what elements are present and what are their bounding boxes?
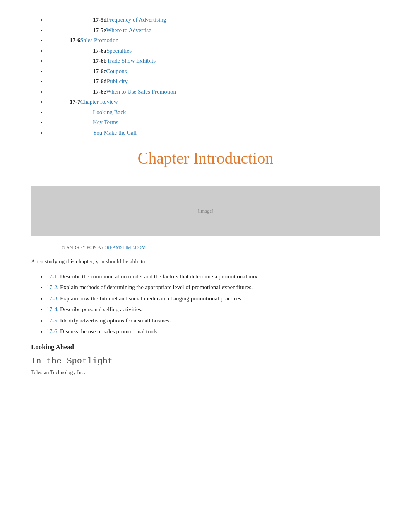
objective-17-3: 17-3. Explain how the Internet and socia… [46, 294, 380, 303]
toc-link-you-make-call[interactable]: You Make the Call [93, 130, 137, 136]
copyright-text: © ANDREY POPOV/ [62, 245, 103, 250]
objective-text-17-6: . Discuss the use of sales promotional t… [57, 328, 159, 334]
toc-list: 17-5dFrequency of Advertising 17-5eWhere… [31, 15, 380, 137]
toc-num-17-5e: 17-5e [93, 27, 106, 33]
toc-link-17-6e[interactable]: When to Use Sales Promotion [106, 89, 176, 95]
objective-text-17-4: . Describe personal selling activities. [57, 306, 143, 312]
chapter-intro-heading: Chapter Introduction [31, 146, 380, 171]
toc-link-17-5e[interactable]: Where to Advertise [106, 27, 151, 33]
toc-num-17-6b: 17-6b [93, 58, 107, 64]
toc-link-17-6b[interactable]: Trade Show Exhibits [107, 58, 156, 64]
objective-text-17-2: . Explain methods of determining the app… [57, 284, 253, 290]
toc-link-key-terms[interactable]: Key Terms [93, 119, 118, 125]
toc-num-17-6d: 17-6d [93, 78, 107, 84]
objective-17-6: 17-6. Discuss the use of sales promotion… [46, 327, 380, 336]
objective-link-17-3[interactable]: 17-3 [46, 295, 57, 302]
copyright-link[interactable]: DREAMSTIME.COM [103, 245, 146, 250]
toc-item-17-6a[interactable]: 17-6aSpecialties [46, 46, 380, 55]
toc-item-17-6d[interactable]: 17-6dPublicity [46, 77, 380, 86]
toc-link-17-5d[interactable]: Frequency of Advertising [107, 17, 166, 23]
toc-item-17-6[interactable]: 17-6Sales Promotion [46, 36, 380, 45]
toc-num-17-5d: 17-5d [93, 17, 107, 23]
spotlight-sub: Telesian Technology Inc. [31, 368, 380, 377]
toc-item-17-6e[interactable]: 17-6eWhen to Use Sales Promotion [46, 87, 380, 96]
toc-item-key-terms[interactable]: Key Terms [46, 118, 380, 127]
objective-17-4: 17-4. Describe personal selling activiti… [46, 305, 380, 314]
objective-link-17-5[interactable]: 17-5 [46, 317, 57, 324]
objective-link-17-2[interactable]: 17-2 [46, 284, 57, 290]
toc-item-17-6b[interactable]: 17-6bTrade Show Exhibits [46, 56, 380, 65]
intro-paragraph: After studying this chapter, you should … [31, 257, 380, 266]
objective-link-17-6[interactable]: 17-6 [46, 328, 57, 334]
toc-link-17-6[interactable]: Sales Promotion [80, 37, 119, 43]
toc-num-17-7: 17-7 [70, 99, 80, 105]
spotlight-label: In the Spotlight [31, 355, 380, 368]
objectives-list: 17-1. Describe the communication model a… [31, 272, 380, 336]
toc-link-17-6d[interactable]: Publicity [107, 78, 128, 84]
objective-text-17-3: . Explain how the Internet and social me… [57, 295, 243, 302]
objective-17-2: 17-2. Explain methods of determining the… [46, 283, 380, 292]
toc-link-17-6c[interactable]: Coupons [106, 68, 127, 74]
toc-link-17-6a[interactable]: Specialties [106, 48, 132, 54]
toc-num-17-6c: 17-6c [93, 68, 106, 74]
objective-text-17-1: . Describe the communication model and t… [57, 273, 259, 280]
objective-link-17-4[interactable]: 17-4 [46, 306, 57, 312]
objective-link-17-1[interactable]: 17-1 [46, 273, 57, 280]
toc-item-17-6c[interactable]: 17-6cCoupons [46, 67, 380, 76]
copyright-line: © ANDREY POPOV/DREAMSTIME.COM [31, 244, 380, 251]
toc-item-you-make-call[interactable]: You Make the Call [46, 128, 380, 137]
toc-item-17-7[interactable]: 17-7Chapter Review [46, 97, 380, 106]
toc-num-17-6e: 17-6e [93, 89, 106, 95]
looking-ahead-section: Looking Ahead In the Spotlight Telesian … [31, 342, 380, 377]
chapter-image: [Image] [31, 186, 380, 236]
toc-num-17-6a: 17-6a [93, 48, 106, 54]
objective-17-5: 17-5. Identify advertising options for a… [46, 316, 380, 325]
toc-link-looking-back[interactable]: Looking Back [93, 109, 126, 115]
objective-text-17-5: . Identify advertising options for a sma… [57, 317, 173, 324]
toc-link-17-7[interactable]: Chapter Review [80, 99, 118, 105]
looking-ahead-heading: Looking Ahead [31, 342, 380, 352]
toc-item-17-5d[interactable]: 17-5dFrequency of Advertising [46, 15, 380, 24]
toc-num-17-6: 17-6 [70, 37, 80, 43]
toc-item-17-5e[interactable]: 17-5eWhere to Advertise [46, 26, 380, 35]
objective-17-1: 17-1. Describe the communication model a… [46, 272, 380, 281]
toc-item-looking-back[interactable]: Looking Back [46, 108, 380, 117]
